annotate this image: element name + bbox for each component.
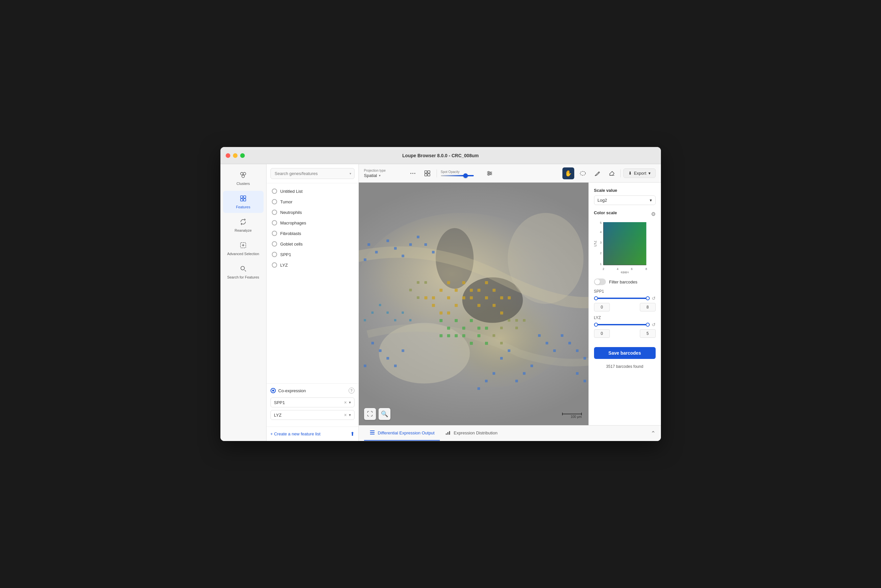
- projection-chevron-icon: ▾: [379, 174, 381, 177]
- svg-rect-127: [364, 319, 366, 321]
- lyz-range-thumb-max[interactable]: [646, 322, 650, 327]
- sidebar-item-advanced-selection[interactable]: Advanced Selection: [223, 238, 264, 260]
- svg-rect-53: [545, 342, 548, 344]
- map-area[interactable]: ⛶ 🔍 100 μm: [359, 183, 589, 425]
- lyz-range-thumb-min[interactable]: [594, 322, 598, 327]
- color-scale-settings-icon[interactable]: ⚙: [651, 211, 656, 217]
- expression-dist-icon: [445, 429, 451, 437]
- erase-tool-button[interactable]: [606, 167, 618, 179]
- list-item[interactable]: Goblet cells: [267, 238, 358, 249]
- feature-name-untitled: Untitled List: [280, 189, 303, 194]
- lyz-range-track[interactable]: [594, 324, 650, 325]
- projection-select[interactable]: Spatial ▾: [364, 173, 404, 178]
- svg-text:LYZ: LYZ: [594, 241, 597, 246]
- svg-point-8: [241, 266, 244, 270]
- list-item[interactable]: Untitled List: [267, 186, 358, 196]
- create-feature-link[interactable]: + Create a new feature list: [271, 432, 348, 436]
- color-scale-chart: 2 4 6 8 1 2 3 4 5: [594, 220, 656, 273]
- spp1-reset-icon[interactable]: ↺: [652, 296, 656, 301]
- spp1-range-thumb-max[interactable]: [646, 296, 650, 300]
- sidebar-item-label-search-features: Search for Features: [227, 275, 259, 279]
- svg-rect-80: [462, 296, 465, 299]
- lyz-reset-icon[interactable]: ↺: [652, 322, 656, 327]
- svg-rect-119: [515, 319, 518, 322]
- maximize-button[interactable]: [240, 153, 245, 158]
- gene-dropdown-lyz[interactable]: LYZ × ▾: [271, 410, 355, 420]
- feature-list: Untitled List Tumor Neutrophils Macropha…: [267, 183, 358, 383]
- svg-rect-74: [493, 372, 495, 375]
- spp1-min-input[interactable]: [594, 303, 610, 312]
- list-item[interactable]: Macrophages: [267, 218, 358, 228]
- help-icon[interactable]: ?: [349, 388, 355, 393]
- fullscreen-button[interactable]: ⛶: [364, 408, 376, 420]
- svg-point-2: [242, 175, 244, 178]
- list-item[interactable]: Fibroblasts: [267, 228, 358, 238]
- main-layout: Clusters Features: [220, 164, 661, 441]
- svg-point-21: [488, 174, 489, 176]
- coexpression-radio[interactable]: [271, 388, 276, 393]
- svg-rect-42: [417, 236, 420, 238]
- scale-value-select[interactable]: Log2 ▾: [594, 195, 656, 205]
- svg-rect-47: [387, 357, 389, 360]
- close-button[interactable]: [226, 153, 230, 158]
- filter-toggle[interactable]: [594, 279, 606, 285]
- list-item[interactable]: Tumor: [267, 196, 358, 207]
- minimize-button[interactable]: [233, 153, 238, 158]
- export-button[interactable]: ⬇ Export ▾: [623, 168, 656, 178]
- svg-rect-143: [603, 222, 646, 265]
- spp1-range-thumb-min[interactable]: [594, 296, 598, 300]
- list-item[interactable]: Neutrophils: [267, 207, 358, 218]
- spp1-max-input[interactable]: [640, 303, 656, 312]
- zoom-in-button[interactable]: 🔍: [379, 408, 390, 420]
- sidebar-item-features[interactable]: Features: [223, 191, 264, 213]
- svg-rect-44: [432, 251, 435, 254]
- sidebar-item-search-features[interactable]: Search for Features: [223, 261, 264, 283]
- list-item[interactable]: SPP1: [267, 249, 358, 260]
- sidebar-item-reanalyze[interactable]: Reanalyze: [223, 214, 264, 236]
- tab-differential-expression[interactable]: Differential Expression Output: [364, 426, 440, 441]
- radio-neutrophils: [272, 210, 277, 215]
- search-input[interactable]: [271, 168, 355, 179]
- filter-section: Filter barcodes SPP1 ↺: [594, 279, 656, 342]
- hand-tool-button[interactable]: ✋: [562, 167, 574, 179]
- gene-clear-spp1[interactable]: ×: [344, 400, 347, 405]
- upload-icon[interactable]: ⬆: [350, 431, 355, 437]
- svg-rect-120: [515, 327, 518, 329]
- lasso-tool-button[interactable]: [577, 167, 589, 179]
- toggle-thumb: [595, 279, 600, 285]
- lyz-min-input[interactable]: [594, 329, 610, 338]
- svg-rect-15: [428, 174, 430, 176]
- svg-text:4: 4: [599, 230, 601, 234]
- layout-button[interactable]: [422, 168, 433, 178]
- feature-name-spp1: SPP1: [280, 252, 291, 257]
- opacity-slider[interactable]: [441, 175, 474, 176]
- svg-point-22: [580, 171, 586, 176]
- export-label: Export: [634, 171, 646, 176]
- feature-panel: ▾ Untitled List Tumor Neutrophils: [267, 164, 359, 441]
- svg-rect-123: [500, 327, 503, 329]
- svg-point-11: [414, 173, 415, 174]
- svg-text:2: 2: [602, 267, 604, 271]
- gene-clear-lyz[interactable]: ×: [344, 412, 347, 418]
- pen-tool-button[interactable]: [592, 167, 603, 179]
- barcodes-found: 3517 barcodes found: [594, 364, 656, 369]
- spp1-range-track[interactable]: [594, 298, 650, 299]
- svg-rect-86: [477, 304, 480, 307]
- svg-text:4: 4: [616, 267, 618, 271]
- settings-button[interactable]: [484, 168, 495, 178]
- lyz-range-values: [594, 329, 656, 338]
- lyz-max-input[interactable]: [640, 329, 656, 338]
- svg-rect-111: [439, 319, 442, 322]
- gene-dropdown-spp1[interactable]: SPP1 × ▾: [271, 398, 355, 407]
- svg-rect-93: [500, 312, 503, 314]
- list-item[interactable]: LYZ: [267, 260, 358, 270]
- sidebar-item-clusters[interactable]: Clusters: [223, 167, 264, 189]
- svg-rect-75: [485, 380, 488, 382]
- content-area: Projection type Spatial ▾: [359, 164, 661, 441]
- svg-rect-77: [439, 289, 442, 292]
- collapse-button[interactable]: ⌃: [651, 430, 656, 437]
- more-options-button[interactable]: [408, 168, 418, 178]
- tab-expression-distribution[interactable]: Expression Distribution: [440, 426, 503, 441]
- save-barcodes-button[interactable]: Save barcodes: [594, 347, 656, 359]
- svg-rect-4: [243, 196, 246, 198]
